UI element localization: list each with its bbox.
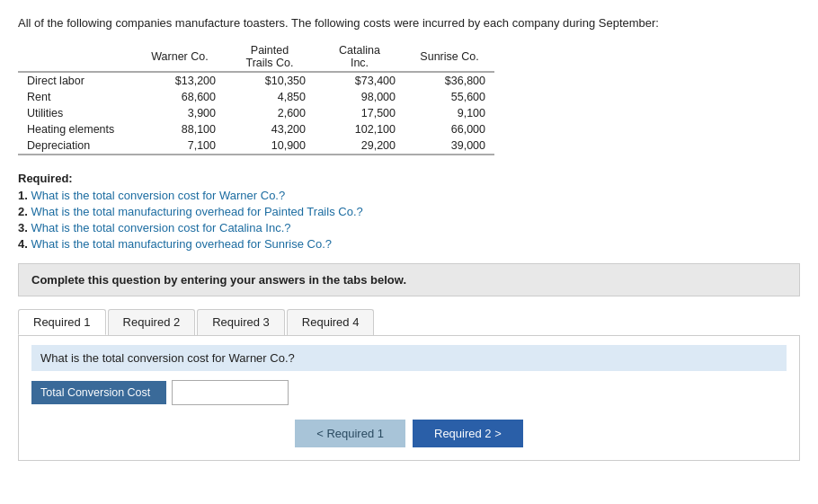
question-num: 3.: [18, 221, 28, 234]
question-item: 1. What is the total conversion cost for…: [18, 189, 800, 202]
intro-text: All of the following companies manufactu…: [18, 16, 800, 30]
row-sunrise: 39,000: [405, 137, 494, 155]
row-label: Rent: [18, 89, 135, 105]
next-button[interactable]: Required 2 >: [413, 420, 523, 447]
row-painted: $10,350: [225, 72, 315, 89]
tab-question: What is the total conversion cost for Wa…: [31, 345, 787, 371]
row-label: Utilities: [18, 105, 135, 121]
row-painted: 43,200: [225, 121, 315, 137]
row-warner: $13,200: [135, 72, 225, 89]
nav-buttons: < Required 1 Required 2 >: [31, 420, 787, 447]
table-row: Direct labor $13,200 $10,350 $73,400 $36…: [18, 72, 494, 89]
row-warner: 88,100: [135, 121, 225, 137]
question-item: 3. What is the total conversion cost for…: [18, 221, 800, 234]
question-item: 4. What is the total manufacturing overh…: [18, 237, 800, 251]
header-warner: Warner Co.: [135, 42, 225, 72]
row-sunrise: 55,600: [405, 89, 494, 105]
table-row: Utilities 3,900 2,600 17,500 9,100: [18, 105, 494, 121]
row-warner: 68,600: [135, 89, 225, 105]
question-text: What is the total conversion cost for Wa…: [31, 189, 285, 202]
row-painted: 10,900: [225, 137, 315, 155]
row-catalina: $73,400: [315, 72, 405, 89]
tab-required-4[interactable]: Required 4: [287, 309, 375, 335]
tabs-row: Required 1Required 2Required 3Required 4: [18, 309, 800, 336]
cost-table: Warner Co. PaintedTrails Co. CatalinaInc…: [18, 42, 494, 155]
row-warner: 3,900: [135, 105, 225, 121]
row-catalina: 98,000: [315, 89, 405, 105]
row-catalina: 102,100: [315, 121, 405, 137]
prev-button[interactable]: < Required 1: [295, 420, 405, 447]
question-num: 1.: [18, 189, 28, 202]
question-text: What is the total conversion cost for Ca…: [31, 221, 290, 234]
table-row: Depreciation 7,100 10,900 29,200 39,000: [18, 137, 494, 155]
question-num: 4.: [18, 237, 28, 251]
answer-row: Total Conversion Cost: [31, 380, 787, 405]
row-label: Direct labor: [18, 72, 135, 89]
required-title: Required:: [18, 172, 800, 185]
question-item: 2. What is the total manufacturing overh…: [18, 205, 800, 218]
row-sunrise: 9,100: [405, 105, 494, 121]
table-row: Heating elements 88,100 43,200 102,100 6…: [18, 121, 494, 137]
row-painted: 2,600: [225, 105, 315, 121]
row-label: Depreciation: [18, 137, 135, 155]
tab-required-1[interactable]: Required 1: [18, 309, 106, 335]
row-warner: 7,100: [135, 137, 225, 155]
row-sunrise: 66,000: [405, 121, 494, 137]
answer-label: Total Conversion Cost: [31, 381, 166, 404]
tab-required-3[interactable]: Required 3: [197, 309, 285, 335]
question-text: What is the total manufacturing overhead…: [31, 237, 332, 251]
question-num: 2.: [18, 205, 28, 218]
tab-content: What is the total conversion cost for Wa…: [18, 336, 800, 461]
row-painted: 4,850: [225, 89, 315, 105]
header-painted: PaintedTrails Co.: [225, 42, 315, 72]
row-label: Heating elements: [18, 121, 135, 137]
answer-input[interactable]: [172, 380, 289, 405]
table-row: Rent 68,600 4,850 98,000 55,600: [18, 89, 494, 105]
question-text: What is the total manufacturing overhead…: [31, 205, 362, 218]
header-sunrise: Sunrise Co.: [405, 42, 494, 72]
row-sunrise: $36,800: [405, 72, 494, 89]
row-catalina: 29,200: [315, 137, 405, 155]
complete-box: Complete this question by entering your …: [18, 263, 800, 296]
row-catalina: 17,500: [315, 105, 405, 121]
tab-required-2[interactable]: Required 2: [108, 309, 196, 335]
header-catalina: CatalinaInc.: [315, 42, 405, 72]
required-section: Required: 1. What is the total conversio…: [18, 172, 800, 251]
